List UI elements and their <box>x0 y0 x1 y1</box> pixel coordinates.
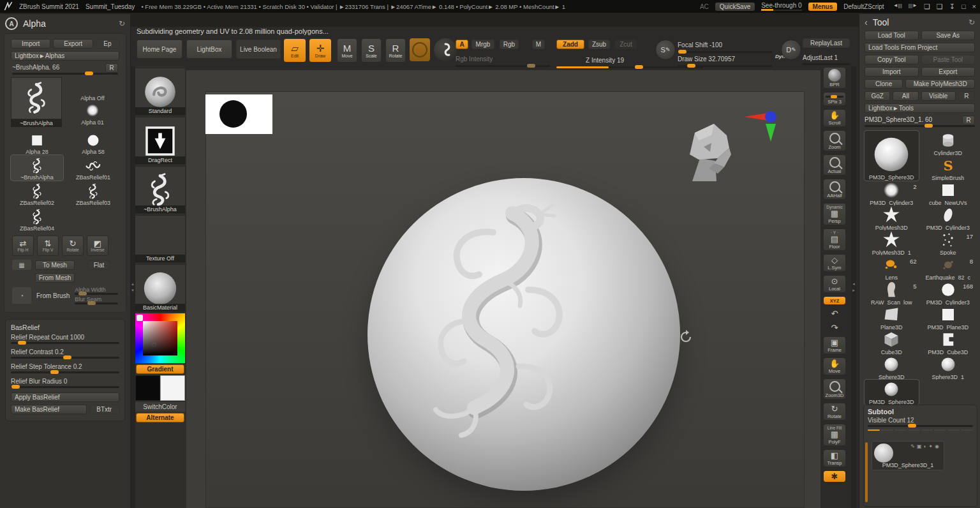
tool-item[interactable]: PolyMesh3D <box>865 205 919 230</box>
tool-item-slider[interactable]: PM3D_Sphere3D_1. 60 R <box>865 116 975 127</box>
rgb-button[interactable]: Rgb <box>500 40 519 49</box>
visibility-eye-icon[interactable]: ◉ <box>935 444 941 449</box>
texture-icon[interactable]: ✦ <box>928 444 935 449</box>
tool-item[interactable]: PM3D_Sphere3D <box>865 380 919 405</box>
replay-last-button[interactable]: ReplayLast <box>803 38 850 48</box>
subtool-view-tab[interactable] <box>961 430 973 431</box>
right-tray-toggle-icon[interactable]: |||► <box>909 3 917 11</box>
alpha-item[interactable]: ZBasRelief04 <box>11 206 63 232</box>
basrelief-slider[interactable]: Relief Step Tolerance 0.2 <box>11 363 119 373</box>
shelf-button[interactable]: ⊙ Local <box>823 275 846 293</box>
panel-back-icon[interactable]: ‹ <box>865 17 868 27</box>
subtool-view-tab[interactable] <box>868 430 880 431</box>
subtool-title[interactable]: Subtool <box>868 408 973 415</box>
tool-item[interactable]: 5 RAW_Scan_low <box>865 280 919 305</box>
current-alpha-slider[interactable]: ~BrushAlpha. 66 R <box>12 63 118 75</box>
focal-shift-slider[interactable]: Focal Shift -100 <box>678 38 772 53</box>
shelf-button[interactable]: Actual <box>823 154 846 176</box>
tool-item[interactable]: Plane3D <box>865 305 919 330</box>
alpha-hero[interactable]: ~BrushAlpha <box>11 77 62 127</box>
adjust-last-slider[interactable]: AdjustLast 1 <box>803 51 850 65</box>
tool-item[interactable]: Sphere3D <box>865 355 919 380</box>
tray-item[interactable]: BasicMaterial <box>135 264 186 312</box>
make-basrelief-button[interactable]: Make BasRelief <box>11 405 87 414</box>
m-button[interactable]: M <box>532 40 545 49</box>
left-panel-scrollbar[interactable]: ▴▾ <box>130 66 135 508</box>
paste-tool-button[interactable]: Paste Tool <box>921 55 976 64</box>
goz-button[interactable]: GoZ <box>865 91 890 101</box>
tray-item[interactable]: ~BrushAlpha <box>135 166 186 214</box>
tool-item[interactable]: 17 Spoke <box>921 230 976 255</box>
zsub-button[interactable]: Zsub <box>588 40 610 49</box>
default-zscript-button[interactable]: DefaultZScript <box>843 3 884 10</box>
all-button[interactable]: All <box>893 91 918 101</box>
minimize-icon[interactable]: ↧ <box>949 3 955 11</box>
alternate-button[interactable]: Alternate <box>136 413 184 422</box>
panel-cycle-icon[interactable]: ↻ <box>969 18 975 27</box>
tool-item[interactable]: PM3D_Sphere3D <box>865 131 919 181</box>
quicksave-button[interactable]: QuickSave <box>715 3 755 11</box>
goz-r-button[interactable]: R <box>958 91 975 101</box>
shelf-button[interactable]: Zoom <box>823 130 846 151</box>
basrelief-slider[interactable]: Relief Blur Radius 0 <box>11 378 119 388</box>
tray-item[interactable]: Texture Off <box>135 215 186 263</box>
close-icon[interactable]: × <box>972 3 976 11</box>
subtool-view-tab[interactable] <box>881 430 893 431</box>
alpha-transform-button[interactable]: ↻ Rotate <box>62 235 84 256</box>
lightbox-tools-button[interactable]: Lightbox►Tools <box>865 103 975 113</box>
shelf-button[interactable]: SPix 3 <box>823 92 846 106</box>
tool-item[interactable]: PM3D_Cube3D <box>921 330 976 355</box>
from-mesh-button[interactable]: From Mesh <box>35 273 75 283</box>
shelf-button[interactable]: · Y · ▤ Floor <box>823 228 846 251</box>
store-config-icon[interactable]: ❏ <box>924 3 930 11</box>
mrgb-button[interactable]: Mrgb <box>471 40 494 49</box>
subtool-item[interactable]: ✎▣◐✦◉ PM3D_Sphere3D_1 <box>872 441 944 470</box>
rotate-button[interactable]: RRotate <box>385 38 406 63</box>
panel-cycle-icon[interactable]: ↻ <box>119 19 125 28</box>
tool-item[interactable]: 168 PM3D_Cylinder3 <box>921 280 976 305</box>
shelf-button[interactable]: ◧ Transp <box>823 449 846 467</box>
basrelief-title[interactable]: BasRelief <box>11 324 121 331</box>
tray-item[interactable]: Standard <box>135 68 186 116</box>
lightbox-button[interactable]: LightBox <box>186 40 232 59</box>
alpha-transform-button[interactable]: ⇅ Flip V <box>37 235 59 256</box>
current-brush-button[interactable] <box>410 38 430 61</box>
blur-seam-slider[interactable]: Blur Seam <box>75 296 118 304</box>
btxtr-button[interactable]: BTxtr <box>89 405 120 414</box>
clone-button[interactable]: Clone <box>865 79 903 89</box>
document[interactable] <box>205 91 805 508</box>
tool-item[interactable]: cube_NewUVs <box>921 181 976 205</box>
subtool-view-tab[interactable] <box>908 430 920 431</box>
stroke-quick-button[interactable]: S✎ <box>655 40 676 60</box>
alpha-item[interactable]: ~BrushAlpha <box>11 155 63 181</box>
tool-item[interactable]: PM3D_Cylinder3 <box>921 205 976 230</box>
alpha-item[interactable]: ZBasRelief03 <box>67 181 119 206</box>
alpha-transform-button[interactable]: ⇄ Flip H <box>12 235 34 256</box>
tool-r-button[interactable]: R <box>962 116 975 125</box>
make-polymesh3d-button[interactable]: Make PolyMesh3D <box>905 79 975 89</box>
canvas-area[interactable] <box>186 70 820 508</box>
see-through-slider[interactable]: See-through 0 <box>761 2 801 11</box>
alpha-off-item[interactable]: Alpha Off <box>80 95 104 101</box>
tool-item[interactable]: PolyMesh3D_1 <box>865 230 919 255</box>
move-button[interactable]: MMove <box>337 38 357 63</box>
subtool-scrollbar[interactable] <box>865 442 868 502</box>
from-brush-label[interactable]: From Brush <box>36 292 70 299</box>
basrelief-slider[interactable]: Relief Contrast 0.2 <box>11 348 119 359</box>
alpha-transform-button[interactable]: ◩ Inverse <box>87 235 108 256</box>
tool-item[interactable]: Cylinder3D <box>921 131 976 156</box>
shelf-button[interactable]: Line Fill ▦ PolyF <box>823 424 846 446</box>
tool-item[interactable]: SimpleBrush <box>921 156 976 181</box>
edit-button[interactable]: ▱Edit <box>283 38 306 63</box>
tool-item[interactable]: Cube3D <box>865 330 919 355</box>
alpha-width-slider[interactable]: Alpha Width <box>75 287 118 295</box>
shelf-button[interactable]: ✋ Move <box>823 357 846 375</box>
alpha-r-button[interactable]: R <box>105 63 118 73</box>
shelf-button[interactable]: Zoom3D <box>823 378 846 400</box>
alpha-item[interactable]: Alpha 58 <box>67 130 119 155</box>
shelf-button[interactable]: ↶ <box>824 308 845 319</box>
alpha-item[interactable]: ZBasRelief01 <box>67 155 119 181</box>
subtool-view-tab[interactable] <box>947 430 960 431</box>
scale-button[interactable]: SScale <box>361 38 382 63</box>
flat-button[interactable]: Flat <box>87 260 110 270</box>
